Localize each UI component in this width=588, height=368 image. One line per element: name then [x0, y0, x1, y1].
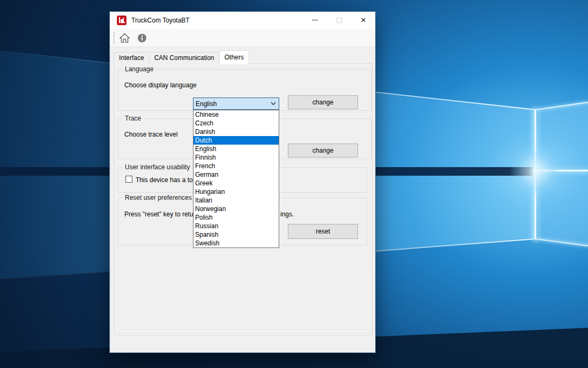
- dropdown-item-english[interactable]: English: [193, 145, 279, 153]
- group-reset-title: Reset user preferences: [123, 194, 194, 201]
- wallpaper-center-glow: [509, 145, 562, 198]
- reset-description-right: ings.: [280, 211, 294, 218]
- screen: TruckCom ToyotaBT ✕ InterfaceCAN Communi…: [0, 0, 588, 368]
- dropdown-item-chinese[interactable]: Chinese: [193, 110, 279, 119]
- tab-interface[interactable]: Interface: [114, 52, 150, 64]
- touch-screen-checkbox[interactable]: [125, 176, 132, 183]
- toolbar: [110, 29, 375, 47]
- trace-change-button[interactable]: change: [288, 144, 358, 157]
- dropdown-item-spanish[interactable]: Spanish: [193, 230, 279, 239]
- minimize-button[interactable]: [303, 12, 326, 28]
- dropdown-item-polish[interactable]: Polish: [193, 213, 279, 222]
- touch-screen-checkbox-label: This device has a touch: [136, 176, 196, 184]
- tab-strip: InterfaceCAN CommunicationOthers: [114, 50, 249, 64]
- dropdown-item-german[interactable]: German: [193, 170, 279, 179]
- language-combobox[interactable]: English: [193, 97, 279, 110]
- language-change-button[interactable]: change: [288, 95, 358, 109]
- close-button[interactable]: ✕: [352, 12, 375, 28]
- dropdown-item-hungarian[interactable]: Hungarian: [193, 187, 279, 196]
- dropdown-item-finnish[interactable]: Finnish: [193, 153, 279, 162]
- chevron-down-icon: [271, 102, 276, 106]
- dropdown-item-danish[interactable]: Danish: [193, 127, 279, 136]
- tab-others[interactable]: Others: [219, 50, 249, 64]
- app-window: TruckCom ToyotaBT ✕ InterfaceCAN Communi…: [109, 11, 376, 353]
- maximize-button[interactable]: [328, 12, 351, 28]
- dropdown-item-dutch[interactable]: Dutch: [193, 136, 279, 145]
- dropdown-item-french[interactable]: French: [193, 162, 279, 170]
- reset-description-left: Press "reset" key to return: [124, 211, 199, 218]
- home-icon: [120, 33, 130, 43]
- group-language-title: Language: [123, 65, 155, 73]
- dropdown-item-greek[interactable]: Greek: [193, 179, 279, 187]
- app-icon: [117, 16, 126, 25]
- language-dropdown-list: ChineseCzechDanishDutchEnglishFinnishFre…: [193, 110, 279, 248]
- close-icon: ✕: [361, 17, 367, 24]
- maximize-icon: [337, 18, 342, 23]
- dropdown-item-italian[interactable]: Italian: [193, 196, 279, 205]
- dropdown-item-swedish[interactable]: Swedish: [193, 239, 279, 247]
- group-trace-title: Trace: [123, 115, 143, 122]
- language-combobox-value: English: [196, 100, 217, 108]
- language-description: Choose display language: [124, 81, 197, 89]
- toolbar-gripper[interactable]: [113, 32, 115, 44]
- home-button[interactable]: [117, 31, 131, 45]
- dropdown-item-norwegian[interactable]: Norwegian: [193, 205, 279, 213]
- minimize-icon: [312, 20, 318, 20]
- dropdown-item-czech[interactable]: Czech: [193, 119, 279, 127]
- trace-description: Choose trace level: [124, 131, 177, 138]
- dropdown-item-russian[interactable]: Russian: [193, 222, 279, 230]
- info-button[interactable]: [135, 31, 149, 45]
- tab-can-communication[interactable]: CAN Communication: [149, 52, 220, 64]
- info-icon: [137, 33, 147, 43]
- title-bar[interactable]: TruckCom ToyotaBT ✕: [110, 12, 375, 29]
- group-usability-title: User interface usability: [123, 163, 192, 171]
- window-title: TruckCom ToyotaBT: [131, 17, 190, 24]
- reset-button[interactable]: reset: [288, 224, 358, 239]
